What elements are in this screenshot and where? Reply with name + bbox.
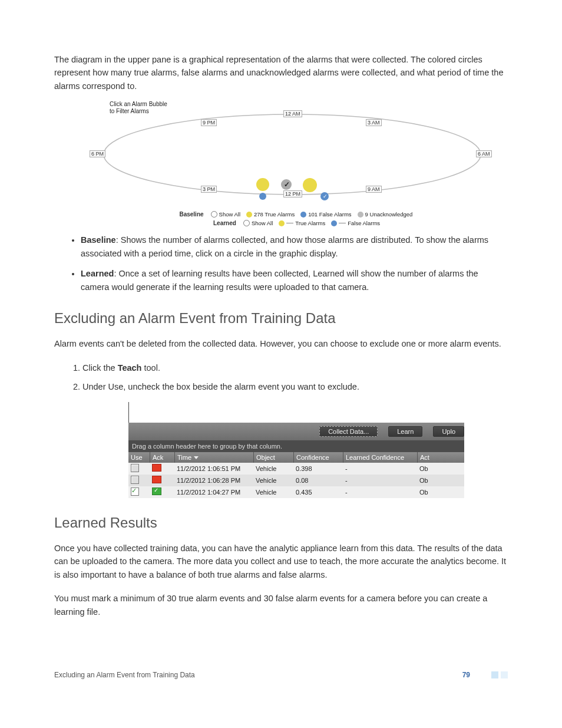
- time-6pm[interactable]: 6 PM: [90, 150, 105, 157]
- time-6am[interactable]: 6 AM: [476, 150, 492, 157]
- svg-text:✓: ✓: [323, 193, 328, 199]
- table-row[interactable]: 11/2/2012 1:06:28 PM Vehicle 0.08 - Ob: [128, 475, 464, 486]
- col-learned-confidence[interactable]: Learned Confidence: [343, 452, 417, 463]
- col-time[interactable]: Time: [174, 452, 253, 463]
- time-9am[interactable]: 9 AM: [366, 186, 382, 193]
- svg-point-4: [259, 193, 266, 200]
- sort-desc-icon: [194, 456, 199, 459]
- group-by-hint[interactable]: Drag a column header here to group by th…: [128, 440, 464, 452]
- step-1: Click the Teach tool.: [82, 361, 508, 374]
- col-use[interactable]: Use: [128, 452, 150, 463]
- diagram-hint-2: to Filter Alarms: [110, 108, 149, 114]
- table-row[interactable]: 11/2/2012 1:06:51 PM Vehicle 0.398 - Ob: [128, 463, 464, 475]
- page-number: 79: [462, 671, 470, 679]
- col-confidence[interactable]: Confidence: [293, 452, 343, 463]
- intro-paragraph: The diagram in the upper pane is a graph…: [54, 53, 508, 93]
- cell-lconf: -: [343, 477, 417, 484]
- cell-act: Ob: [417, 477, 434, 484]
- col-act[interactable]: Act: [417, 452, 434, 463]
- legend-baseline-showall[interactable]: Show All: [211, 211, 240, 218]
- cell-time: 11/2/2012 1:06:28 PM: [174, 477, 253, 484]
- legend-false-alarms[interactable]: 101 False Alarms: [300, 211, 351, 218]
- col-ack[interactable]: Ack: [150, 452, 174, 463]
- diagram-legend: Baseline Show All 278 True Alarms 101 Fa…: [77, 211, 508, 226]
- cell-confidence: 0.435: [293, 489, 343, 496]
- cell-lconf: -: [343, 465, 417, 472]
- footer-decoration: [491, 671, 508, 678]
- cell-object: Vehicle: [253, 465, 293, 472]
- time-3pm[interactable]: 3 PM: [201, 186, 217, 193]
- svg-point-1: [256, 178, 269, 191]
- use-checkbox[interactable]: [131, 464, 139, 472]
- col-object[interactable]: Object: [253, 452, 293, 463]
- upload-button[interactable]: Uplo: [433, 426, 464, 437]
- time-3am[interactable]: 3 AM: [366, 119, 382, 126]
- time-12pm[interactable]: 12 PM: [283, 190, 302, 197]
- ack-red-icon[interactable]: [152, 476, 161, 483]
- alarm-clock-diagram: ✓ ✓ Click an Alarm Bubble to Filter Alar…: [77, 103, 508, 226]
- ack-green-icon[interactable]: [152, 487, 161, 495]
- cell-object: Vehicle: [253, 477, 293, 484]
- page-footer: Excluding an Alarm Event from Training D…: [54, 671, 508, 679]
- diagram-hint-1: Click an Alarm Bubble: [110, 101, 167, 107]
- use-checkbox[interactable]: [131, 476, 139, 484]
- legend-unack[interactable]: 9 Unacknowledged: [358, 211, 413, 218]
- cell-act: Ob: [417, 465, 434, 472]
- time-9pm[interactable]: 9 PM: [201, 119, 217, 126]
- cell-act: Ob: [417, 489, 434, 496]
- svg-point-0: [104, 114, 481, 195]
- legend-baseline-label: Baseline: [172, 211, 204, 218]
- table-body: 11/2/2012 1:06:51 PM Vehicle 0.398 - Ob …: [128, 463, 464, 498]
- cell-confidence: 0.398: [293, 465, 343, 472]
- heading-learned-results: Learned Results: [54, 515, 508, 531]
- cell-time: 11/2/2012 1:06:51 PM: [174, 465, 253, 472]
- legend-learned-label: Learned: [204, 220, 236, 226]
- footer-title: Excluding an Alarm Event from Training D…: [54, 671, 195, 679]
- cell-time: 11/2/2012 1:04:27 PM: [174, 489, 253, 496]
- table-row[interactable]: 11/2/2012 1:04:27 PM Vehicle 0.435 - Ob: [128, 486, 464, 498]
- time-12am[interactable]: 12 AM: [283, 110, 302, 117]
- collect-data-button[interactable]: Collect Data...: [319, 426, 378, 437]
- alarm-table-screenshot: Collect Data... Learn Uplo Drag a column…: [128, 402, 464, 498]
- learn-button[interactable]: Learn: [388, 426, 422, 437]
- svg-text:✓: ✓: [284, 180, 290, 189]
- legend-true-alarms[interactable]: 278 True Alarms: [246, 211, 295, 218]
- legend-learned-false[interactable]: False Alarms: [331, 220, 380, 226]
- cell-confidence: 0.08: [293, 477, 343, 484]
- cell-object: Vehicle: [253, 489, 293, 496]
- use-checkbox[interactable]: [131, 487, 139, 496]
- heading-excluding: Excluding an Alarm Event from Training D…: [54, 310, 508, 327]
- svg-point-3: [303, 178, 317, 192]
- learned-p1: Once you have collected training data, y…: [54, 542, 508, 581]
- excluding-paragraph: Alarm events can't be deleted from the c…: [54, 337, 508, 350]
- toolbar: Collect Data... Learn Uplo: [128, 423, 464, 440]
- step-2: Under Use, uncheck the box beside the al…: [82, 380, 508, 393]
- cell-lconf: -: [343, 489, 417, 496]
- learned-p2: You must mark a minimum of 30 true alarm…: [54, 592, 508, 618]
- legend-learned-true[interactable]: True Alarms: [279, 220, 325, 226]
- bullet-baseline: Baseline: Shows the number of alarms col…: [81, 233, 508, 260]
- ack-red-icon[interactable]: [152, 464, 161, 472]
- bullet-learned: Learned: Once a set of learning results …: [81, 267, 508, 294]
- legend-learned-showall[interactable]: Show All: [243, 220, 273, 226]
- table-header: Use Ack Time Object Confidence Learned C…: [128, 452, 464, 463]
